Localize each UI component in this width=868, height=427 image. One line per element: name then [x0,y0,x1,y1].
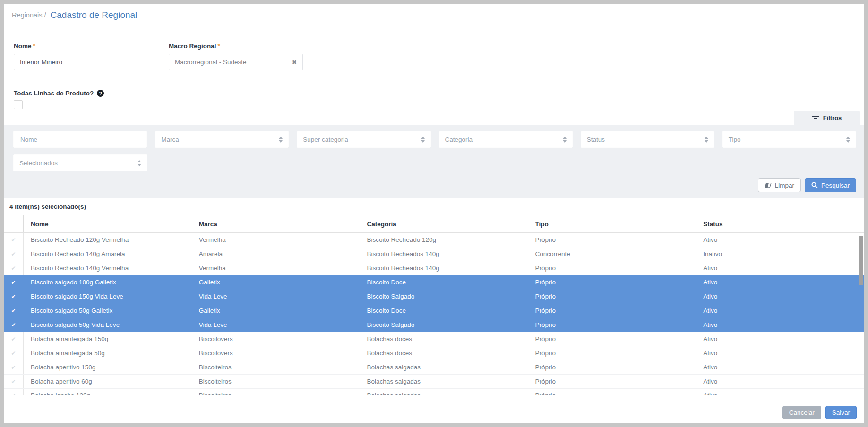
todas-linhas-checkbox[interactable] [14,100,23,109]
salvar-button[interactable]: Salvar [825,406,857,419]
table-scrollbar[interactable] [859,236,863,285]
cell-categoria: Biscoito Doce [360,307,528,314]
filter-icon [812,115,819,121]
search-icon [811,182,818,188]
row-check-icon[interactable]: ✔ [4,304,24,317]
cell-marca: Biscoiteiros [192,364,360,371]
row-check-icon[interactable]: ✔ [4,318,24,332]
cell-status: Ativo [696,378,864,385]
clear-macro-regional-icon[interactable]: ✖ [292,59,297,66]
filter-nome[interactable] [13,131,147,148]
select-all-check-icon[interactable] [4,215,24,232]
filter-marca[interactable]: Marca [155,131,289,148]
cell-categoria: Biscoito Doce [360,279,528,286]
required-asterisk: * [218,43,220,50]
row-check-icon[interactable]: ✔ [4,233,24,247]
cell-categoria: Bolachas salgadas [360,392,528,395]
breadcrumb: Regionais / Cadastro de Regional [4,4,864,26]
table-row[interactable]: ✔Bolacha lanche 130gBiscoiteirosBolachas… [4,389,864,395]
nome-input[interactable] [14,54,146,70]
cell-marca: Biscoilovers [192,335,360,342]
row-check-icon[interactable]: ✔ [4,290,24,303]
row-check-icon[interactable]: ✔ [4,375,24,388]
filter-selecionados[interactable]: Selecionados [13,154,147,171]
cell-status: Ativo [696,392,864,395]
cell-tipo: Próprio [528,364,696,371]
cell-tipo: Próprio [528,265,696,272]
cancelar-button[interactable]: Cancelar [782,406,821,419]
cell-status: Ativo [696,321,864,328]
filter-placeholder: Super categoria [303,136,348,143]
breadcrumb-regionais-link[interactable]: Regionais / [12,11,46,19]
updown-caret-icon [846,137,850,143]
filter-row-1: MarcaSuper categoriaCategoriaStatusTipo [13,131,856,148]
filter-tipo[interactable]: Tipo [722,131,856,148]
cell-status: Ativo [696,236,864,243]
row-check-icon[interactable]: ✔ [4,247,24,261]
cell-tipo: Próprio [528,293,696,300]
filter-super-categoria[interactable]: Super categoria [297,131,430,148]
cell-marca: Galletix [192,307,360,314]
cell-nome: Bolacha amanteigada 50g [24,350,192,357]
table-row[interactable]: ✔Biscoito Recheado 140g VermelhaVermelha… [4,261,864,275]
row-check-icon[interactable]: ✔ [4,261,24,275]
filter-placeholder: Status [587,136,605,143]
cell-marca: Amarela [192,250,360,257]
row-check-icon[interactable]: ✔ [4,275,24,289]
table-row[interactable]: ✔Biscoito salgado 100g GalletixGalletixB… [4,275,864,290]
table-row[interactable]: ✔Bolacha amanteigada 150gBiscoiloversBol… [4,332,864,346]
pesquisar-button[interactable]: Pesquisar [805,178,856,192]
nome-label: Nome* [14,43,146,50]
cell-nome: Bolacha lanche 130g [24,392,192,395]
footer-actions: Cancelar Salvar [4,402,864,423]
row-check-icon[interactable]: ✔ [4,360,24,374]
cell-nome: Biscoito salgado 100g Galletix [24,279,192,286]
updown-caret-icon [705,137,708,143]
cell-nome: Bolacha aperitivo 60g [24,378,192,385]
filter-status[interactable]: Status [581,131,714,148]
cell-marca: Galletix [192,279,360,286]
cell-status: Ativo [696,279,864,286]
filter-categoria[interactable]: Categoria [439,131,573,148]
filter-row-2: Selecionados [13,154,856,171]
cell-categoria: Biscoito Recheado 120g [360,236,528,243]
regional-form: Nome* Macro Regional* Macrorregional - S… [4,26,864,111]
updown-caret-icon [563,137,567,143]
table-row[interactable]: ✔Biscoito salgado 50g Vida LeveVida Leve… [4,318,864,332]
help-icon[interactable]: ? [97,90,104,97]
macro-regional-select[interactable]: Macrorregional - Sudeste ✖ [169,54,303,70]
row-check-icon[interactable]: ✔ [4,389,24,395]
column-header-status: Status [696,221,864,228]
row-check-icon[interactable]: ✔ [4,346,24,360]
cell-status: Inativo [696,250,864,257]
cell-nome: Biscoito Recheado 140g Amarela [24,250,192,257]
column-header-marca: Marca [192,221,360,228]
table-row[interactable]: ✔Bolacha aperitivo 60gBiscoiteirosBolach… [4,375,864,389]
table-row[interactable]: ✔Biscoito salgado 50g GalletixGalletixBi… [4,304,864,318]
table-row[interactable]: ✔Biscoito Recheado 140g AmarelaAmarelaBi… [4,247,864,261]
cadastro-regional-page: Regionais / Cadastro de Regional Nome* M… [4,4,864,423]
cell-status: Ativo [696,293,864,300]
table-header: Nome Marca Categoria Tipo Status [4,215,864,233]
row-check-icon[interactable]: ✔ [4,332,24,346]
limpar-button[interactable]: Limpar [758,178,801,192]
cell-categoria: Biscoito Recheados 140g [360,250,528,257]
cell-nome: Bolacha aperitivo 150g [24,364,192,371]
filter-placeholder: Marca [161,136,179,143]
table-row[interactable]: ✔Biscoito salgado 150g Vida LeveVida Lev… [4,290,864,304]
table-row[interactable]: ✔Bolacha aperitivo 150gBiscoiteirosBolac… [4,360,864,375]
column-header-tipo: Tipo [528,221,696,228]
cell-tipo: Próprio [528,307,696,314]
table-row[interactable]: ✔Bolacha amanteigada 50gBiscoiloversBola… [4,346,864,360]
eraser-icon [765,183,772,188]
cell-tipo: Próprio [528,350,696,357]
filtros-toggle-button[interactable]: Filtros [794,111,860,125]
column-header-nome: Nome [24,221,192,228]
filter-nome-input[interactable] [19,136,141,144]
macro-regional-label: Macro Regional* [169,43,303,50]
cell-status: Ativo [696,335,864,342]
table-body: ✔Biscoito Recheado 120g VermelhaVermelha… [4,233,864,395]
cell-tipo: Próprio [528,321,696,328]
table-row[interactable]: ✔Biscoito Recheado 120g VermelhaVermelha… [4,233,864,247]
cell-categoria: Biscoito Salgado [360,321,528,328]
